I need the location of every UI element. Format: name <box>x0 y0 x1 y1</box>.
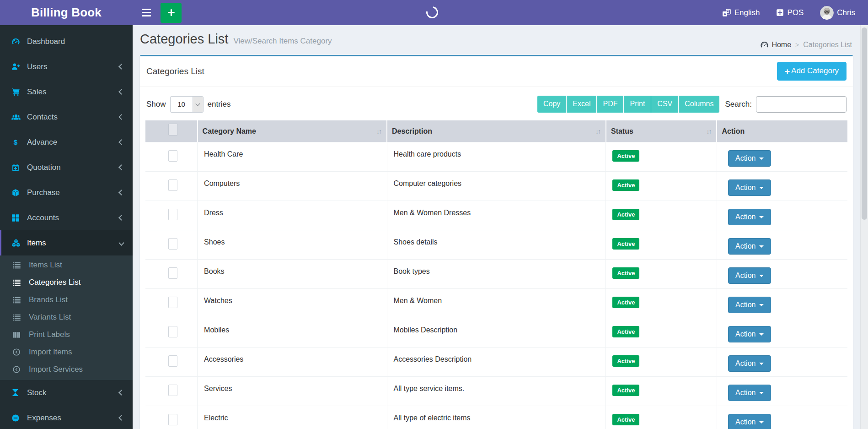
column-header-label: Action <box>722 127 745 135</box>
sidebar-item-advance[interactable]: $Advance <box>0 130 133 155</box>
user-menu[interactable]: Chris <box>820 6 855 20</box>
sidebar-item-items[interactable]: Items <box>0 230 133 255</box>
column-header-label: Description <box>392 127 432 135</box>
chevron-left-icon <box>118 114 124 120</box>
export-print-button[interactable]: Print <box>624 96 651 113</box>
sidebar-subitem-items-list[interactable]: Items List <box>0 256 133 274</box>
row-checkbox[interactable] <box>168 355 177 367</box>
status-badge: Active <box>612 414 639 425</box>
sidebar-item-stock[interactable]: Stock <box>0 380 133 405</box>
language-selector[interactable]: A English <box>722 8 760 17</box>
action-dropdown-button[interactable]: Action <box>728 267 771 284</box>
export-columns-button[interactable]: Columns <box>679 96 719 113</box>
category-name-cell: Computers <box>198 172 387 201</box>
sidebar-toggle-button[interactable] <box>136 2 156 23</box>
sidebar-item-users[interactable]: Users <box>0 54 133 79</box>
sidebar-item-expenses[interactable]: Expenses <box>0 405 133 429</box>
sidebar-item-dashboard[interactable]: Dashboard <box>0 29 133 54</box>
row-checkbox[interactable] <box>168 179 177 191</box>
dollar-icon: $ <box>11 138 22 147</box>
sidebar-subitem-brands-list[interactable]: Brands List <box>0 291 133 309</box>
sidebar-subitem-print-labels[interactable]: Print Labels <box>0 326 133 343</box>
panel-body: Show 10 entries CopyExcelPDFPrintCSVColu… <box>140 87 853 429</box>
row-checkbox[interactable] <box>168 209 177 220</box>
select-all-checkbox[interactable] <box>168 124 178 136</box>
caret-down-icon <box>759 275 764 277</box>
sidebar-item-accounts[interactable]: Accounts <box>0 205 133 230</box>
caret-down-icon <box>759 304 764 306</box>
page-size-select[interactable]: 10 <box>170 96 204 113</box>
caret-down-icon <box>759 245 764 248</box>
sidebar-item-sales[interactable]: Sales <box>0 79 133 104</box>
quick-add-button[interactable] <box>161 3 182 23</box>
status-badge: Active <box>612 297 639 308</box>
sidebar-item-contacts[interactable]: Contacts <box>0 104 133 130</box>
scrollbar-thumb[interactable] <box>862 27 867 220</box>
sidebar-subitem-variants-list[interactable]: Variants List <box>0 309 133 326</box>
column-header-action: Action <box>717 120 847 142</box>
chevron-left-icon <box>118 164 124 170</box>
column-header-label: Category Name <box>203 127 256 135</box>
caret-down-icon <box>759 392 764 394</box>
sidebar-subitem-import-items[interactable]: Import Items <box>0 343 133 361</box>
column-header-description[interactable]: Description↓↑ <box>387 120 606 142</box>
page-subtitle: View/Search Items Category <box>233 37 332 46</box>
action-dropdown-button[interactable]: Action <box>728 150 771 167</box>
chevron-left-icon <box>118 390 124 396</box>
status-badge: Active <box>612 150 639 162</box>
content: Categories List View/Search Items Catego… <box>133 25 860 429</box>
language-icon: A <box>722 9 731 17</box>
app-logo[interactable]: Billing Book <box>0 0 133 25</box>
sidebar-item-label: Items <box>27 239 46 248</box>
row-checkbox[interactable] <box>168 297 177 308</box>
sidebar-item-label: Contacts <box>27 113 58 122</box>
row-checkbox[interactable] <box>168 385 177 396</box>
row-checkbox[interactable] <box>168 414 177 425</box>
barcode-icon <box>12 331 24 339</box>
sort-icon[interactable]: ↓↑ <box>376 127 381 135</box>
action-dropdown-button[interactable]: Action <box>728 209 771 225</box>
sidebar-item-purchase[interactable]: Purchase <box>0 180 133 205</box>
column-header-category-name[interactable]: Category Name↓↑ <box>198 120 387 142</box>
sort-icon[interactable]: ↓↑ <box>595 127 600 135</box>
sidebar-item-quotation[interactable]: Quotation <box>0 155 133 180</box>
description-cell: Book types <box>387 260 606 289</box>
category-name-cell: Services <box>198 377 387 406</box>
export-copy-button[interactable]: Copy <box>537 96 567 113</box>
sort-icon[interactable]: ↓↑ <box>706 127 711 135</box>
topnav: A English POS Chris <box>133 0 868 25</box>
export-csv-button[interactable]: CSV <box>651 96 679 113</box>
action-dropdown-button[interactable]: Action <box>728 414 771 429</box>
table-row: WatchesMen & WomenActiveAction <box>145 289 847 318</box>
cart-icon <box>11 87 22 96</box>
pos-button[interactable]: POS <box>776 8 804 17</box>
action-dropdown-button[interactable]: Action <box>728 179 771 196</box>
sidebar-subitem-import-services[interactable]: Import Services <box>0 361 133 378</box>
page-size-control: Show 10 entries <box>146 96 231 113</box>
panel-title: Categories List <box>146 66 204 76</box>
export-pdf-button[interactable]: PDF <box>597 96 624 113</box>
breadcrumb-home-link[interactable]: Home <box>760 40 791 49</box>
row-checkbox[interactable] <box>168 267 177 279</box>
hourglass-icon <box>11 389 22 396</box>
export-excel-button[interactable]: Excel <box>567 96 597 113</box>
action-dropdown-button[interactable]: Action <box>728 385 771 401</box>
row-checkbox[interactable] <box>168 150 177 162</box>
column-header-status[interactable]: Status↓↑ <box>606 120 717 142</box>
search-input[interactable] <box>756 96 847 113</box>
add-category-button[interactable]: + Add Category <box>777 62 847 81</box>
caret-down-icon <box>759 333 764 336</box>
row-checkbox[interactable] <box>168 326 177 337</box>
action-dropdown-button[interactable]: Action <box>728 326 771 342</box>
chevron-left-icon <box>118 415 124 421</box>
status-badge: Active <box>612 355 639 367</box>
row-checkbox[interactable] <box>168 238 177 250</box>
action-dropdown-button[interactable]: Action <box>728 238 771 255</box>
category-name-cell: Accessories <box>198 348 387 377</box>
scrollbar[interactable] <box>860 25 868 429</box>
action-dropdown-button[interactable]: Action <box>728 297 771 313</box>
table-toolbar: Show 10 entries CopyExcelPDFPrintCSVColu… <box>145 89 847 113</box>
action-dropdown-button[interactable]: Action <box>728 355 771 372</box>
sidebar-item-label: Users <box>27 62 47 71</box>
sidebar-subitem-categories-list[interactable]: Categories List <box>0 274 133 291</box>
